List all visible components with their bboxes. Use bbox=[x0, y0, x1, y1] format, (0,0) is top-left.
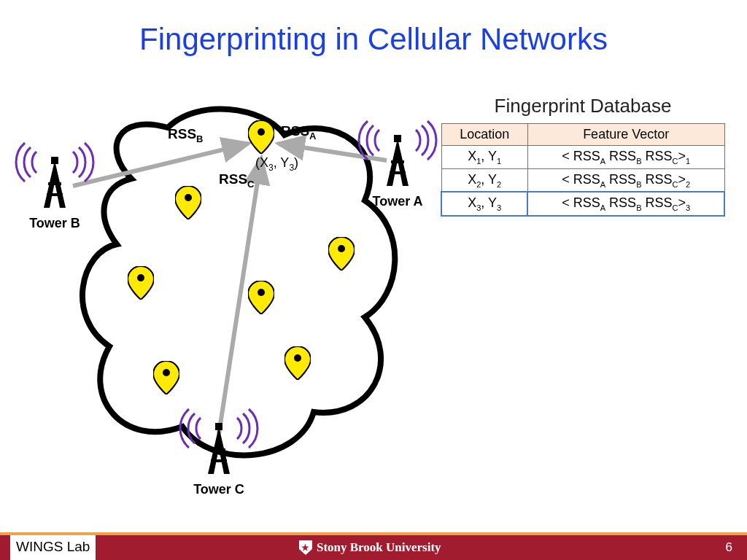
col-location: Location bbox=[441, 124, 527, 146]
tower-b-label: Tower B bbox=[15, 216, 95, 231]
location-pin bbox=[153, 361, 179, 394]
tower-a: Tower A bbox=[357, 117, 438, 209]
cell-feature-vector: < RSSA RSSB RSSC>3 bbox=[527, 192, 724, 216]
cell-tower-icon bbox=[357, 117, 438, 190]
diagram: Tower B Tower A bbox=[15, 91, 430, 499]
slide-title: Fingerprinting in Cellular Networks bbox=[0, 22, 747, 57]
page-number: 6 bbox=[726, 540, 732, 555]
database-title: Fingerprint Database bbox=[441, 95, 725, 117]
svg-rect-15 bbox=[390, 171, 406, 174]
rss-b-label: RSSB bbox=[168, 126, 203, 144]
svg-rect-12 bbox=[47, 193, 63, 196]
location-pin-target bbox=[248, 120, 274, 154]
svg-point-5 bbox=[137, 274, 144, 281]
cell-feature-vector: < RSSA RSSB RSSC>1 bbox=[527, 146, 724, 169]
svg-rect-10 bbox=[51, 157, 58, 164]
svg-rect-11 bbox=[48, 182, 61, 185]
table-row: X2, Y2< RSSA RSSB RSSC>2 bbox=[441, 168, 724, 192]
svg-rect-16 bbox=[215, 423, 222, 430]
svg-rect-17 bbox=[212, 448, 225, 451]
svg-rect-13 bbox=[394, 135, 401, 142]
svg-point-8 bbox=[294, 354, 301, 362]
university-logo: ★ Stony Brook University bbox=[299, 540, 441, 555]
footer: ★ Stony Brook University 6 WINGS Lab bbox=[0, 532, 747, 560]
svg-point-4 bbox=[185, 194, 192, 201]
col-feature-vector: Feature Vector bbox=[527, 124, 724, 146]
svg-point-9 bbox=[163, 369, 170, 376]
cell-location: X3, Y3 bbox=[441, 192, 527, 216]
cell-feature-vector: < RSSA RSSB RSSC>2 bbox=[527, 168, 724, 192]
svg-point-7 bbox=[338, 245, 345, 252]
table-row: X1, Y1< RSSA RSSB RSSC>1 bbox=[441, 146, 724, 169]
cell-tower-icon bbox=[179, 405, 259, 478]
table-row: X3, Y3< RSSA RSSB RSSC>3 bbox=[441, 192, 724, 216]
shield-icon: ★ bbox=[299, 540, 312, 555]
database-panel: Fingerprint Database Location Feature Ve… bbox=[441, 95, 725, 217]
lab-name: WINGS Lab bbox=[10, 535, 96, 560]
tower-c-label: Tower C bbox=[179, 482, 259, 497]
rss-c-label: RSSC bbox=[219, 171, 254, 190]
tower-b: Tower B bbox=[15, 139, 95, 231]
cell-location: X2, Y2 bbox=[441, 168, 527, 192]
svg-point-3 bbox=[258, 128, 265, 136]
fingerprint-table: Location Feature Vector X1, Y1< RSSA RSS… bbox=[441, 123, 725, 217]
rss-a-label: RSSA bbox=[281, 123, 316, 141]
target-coord-label: (X3, Y3) bbox=[255, 155, 298, 173]
location-pin bbox=[175, 186, 201, 219]
university-name: Stony Brook University bbox=[317, 540, 441, 555]
location-pin bbox=[248, 281, 274, 314]
tower-a-label: Tower A bbox=[357, 194, 438, 209]
cell-location: X1, Y1 bbox=[441, 146, 527, 169]
svg-rect-18 bbox=[211, 459, 227, 462]
svg-point-6 bbox=[258, 289, 265, 296]
cell-tower-icon bbox=[15, 139, 95, 211]
svg-rect-14 bbox=[391, 160, 404, 163]
tower-c: Tower C bbox=[179, 405, 259, 497]
location-pin bbox=[285, 346, 311, 380]
location-pin bbox=[128, 266, 154, 300]
location-pin bbox=[328, 237, 355, 271]
